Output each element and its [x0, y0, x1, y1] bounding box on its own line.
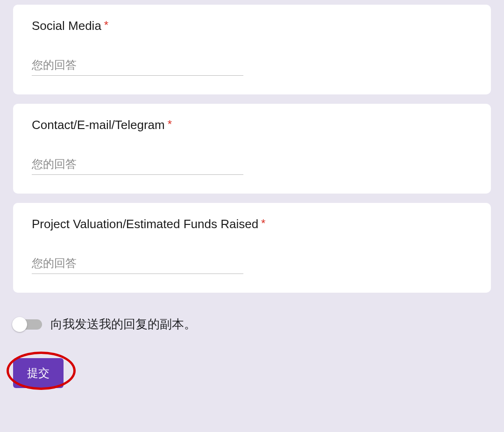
- question-card-contact: Contact/E-mail/Telegram *: [13, 104, 491, 194]
- send-copy-row: 向我发送我的回复的副本。: [13, 316, 491, 332]
- form-container: Social Media * Contact/E-mail/Telegram *…: [0, 0, 504, 397]
- question-text: Social Media: [32, 19, 101, 33]
- required-asterisk: *: [104, 20, 108, 31]
- submit-button[interactable]: 提交: [13, 358, 64, 388]
- question-label: Contact/E-mail/Telegram *: [32, 118, 472, 132]
- valuation-input[interactable]: [32, 255, 243, 274]
- question-card-social-media: Social Media *: [13, 5, 491, 94]
- send-copy-toggle[interactable]: [13, 319, 42, 330]
- send-copy-label: 向我发送我的回复的副本。: [50, 316, 196, 332]
- question-text: Contact/E-mail/Telegram: [32, 118, 165, 132]
- question-label: Social Media *: [32, 19, 472, 33]
- question-label: Project Valuation/Estimated Funds Raised…: [32, 217, 472, 231]
- submit-area: 提交: [13, 358, 64, 388]
- social-media-input[interactable]: [32, 57, 243, 76]
- contact-input[interactable]: [32, 156, 243, 175]
- toggle-thumb: [12, 317, 27, 332]
- question-card-valuation: Project Valuation/Estimated Funds Raised…: [13, 203, 491, 293]
- required-asterisk: *: [261, 218, 265, 229]
- question-text: Project Valuation/Estimated Funds Raised: [32, 217, 258, 231]
- required-asterisk: *: [168, 119, 172, 130]
